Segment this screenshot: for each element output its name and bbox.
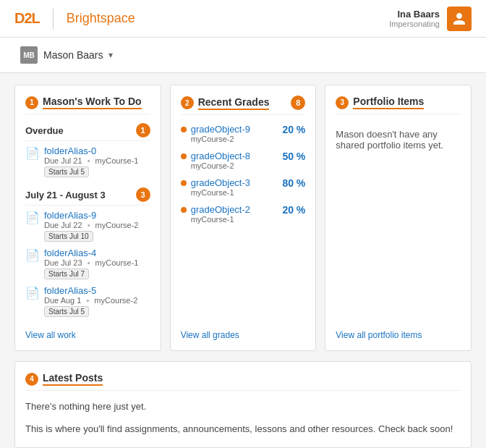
view-all-grades-link[interactable]: View all grades xyxy=(181,323,306,340)
grades-count-badge: 8 xyxy=(291,96,305,110)
work-to-do-card: 1 Mason's Work To Do Overdue 1 📄 folderA… xyxy=(14,85,161,351)
folder-icon: 📄 xyxy=(25,211,40,224)
grade-item-3: gradeObject-2 myCourse-1 20 % xyxy=(181,204,306,224)
grade-dot xyxy=(181,153,187,159)
portfolio-card-title: Portfolio Items xyxy=(353,96,424,109)
header-user-name: Ina Baars xyxy=(389,9,440,20)
latest-posts-card: 4 Latest Posts There's nothing here just… xyxy=(14,361,472,448)
section2-count-badge: 3 xyxy=(136,187,150,202)
grade-course-3: myCourse-1 xyxy=(191,215,278,224)
logo-area: D2L Brightspace xyxy=(14,9,135,29)
logo-divider xyxy=(53,9,54,29)
grade-dot xyxy=(181,180,187,186)
main-content: 1 Mason's Work To Do Overdue 1 📄 folderA… xyxy=(0,73,486,448)
posts-line1: There's nothing here just yet. xyxy=(25,400,461,415)
work-item-tag: Starts Jul 5 xyxy=(44,166,89,177)
header-user-role: Impersonating xyxy=(389,20,440,28)
grades-list: gradeObject-9 myCourse-2 20 % gradeObjec… xyxy=(181,124,306,231)
grades-badge: 2 xyxy=(181,96,194,109)
d2l-logo-text: D2L xyxy=(14,10,40,27)
work-item-9: 📄 folderAlias-9 Due Jul 22 • myCourse-2 … xyxy=(25,210,150,242)
user-icon xyxy=(452,12,466,26)
work-item-4: 📄 folderAlias-4 Due Jul 23 • myCourse-1 … xyxy=(25,248,150,279)
header-user-info: Ina Baars Impersonating xyxy=(389,9,440,28)
grade-course-1: myCourse-2 xyxy=(191,161,278,170)
view-all-portfolio-link[interactable]: View all portfolio items xyxy=(336,323,461,340)
work-item-5: 📄 folderAlias-5 Due Aug 1 • myCourse-2 S… xyxy=(25,285,150,317)
grade-name-3[interactable]: gradeObject-2 xyxy=(191,204,278,215)
overdue-section-label: Overdue 1 xyxy=(25,123,150,141)
selected-user-name: Mason Baars xyxy=(43,49,103,61)
portfolio-items-card: 3 Portfolio Items Mason doesn't have any… xyxy=(325,85,472,351)
folder-icon: 📄 xyxy=(25,146,40,160)
work-item-name-4[interactable]: folderAlias-4 xyxy=(44,248,138,258)
grade-name-2[interactable]: gradeObject-3 xyxy=(191,177,278,188)
brightspace-logo-text: Brightspace xyxy=(67,11,135,26)
grade-percent-1: 50 % xyxy=(282,151,305,162)
work-item: 📄 folderAlias-0 Due Jul 21 • myCourse-1 … xyxy=(25,145,150,177)
work-item-meta: Due Jul 21 • myCourse-1 xyxy=(44,156,138,165)
work-card-title: Mason's Work To Do xyxy=(43,96,142,109)
view-all-work-link[interactable]: View all work xyxy=(25,323,150,340)
grade-dot xyxy=(181,207,187,213)
grade-name-1[interactable]: gradeObject-8 xyxy=(191,151,278,161)
grade-item-0: gradeObject-9 myCourse-2 20 % xyxy=(181,124,306,143)
selected-user-avatar: MB xyxy=(20,46,38,64)
posts-badge: 4 xyxy=(25,373,38,386)
section2-label: July 21 - August 3 3 xyxy=(25,187,150,206)
work-card-title-wrap: 1 Mason's Work To Do xyxy=(25,96,142,109)
chevron-down-icon: ▾ xyxy=(108,50,113,60)
grade-dot xyxy=(181,127,187,132)
work-item-name-9[interactable]: folderAlias-9 xyxy=(44,210,138,221)
work-item-name-5[interactable]: folderAlias-5 xyxy=(44,285,137,296)
grade-course-2: myCourse-1 xyxy=(191,188,278,197)
app-header: D2L Brightspace Ina Baars Impersonating xyxy=(0,0,486,38)
folder-icon: 📄 xyxy=(25,248,40,262)
work-card-header: 1 Mason's Work To Do xyxy=(25,96,150,114)
user-selector-dropdown[interactable]: MB Mason Baars ▾ xyxy=(14,43,119,67)
posts-body: There's nothing here just yet. This is w… xyxy=(25,400,461,437)
cards-grid: 1 Mason's Work To Do Overdue 1 📄 folderA… xyxy=(14,85,472,351)
grades-card-title: Recent Grades xyxy=(198,96,270,110)
work-item-details: folderAlias-0 Due Jul 21 • myCourse-1 St… xyxy=(44,145,138,177)
header-right: Ina Baars Impersonating xyxy=(389,7,472,31)
portfolio-card-header: 3 Portfolio Items xyxy=(336,96,461,114)
folder-icon: 📄 xyxy=(25,286,40,300)
grade-percent-0: 20 % xyxy=(282,124,305,135)
grades-card-header: 2 Recent Grades 8 xyxy=(181,96,306,115)
posts-line2: This is where you'll find assignments, a… xyxy=(25,422,461,437)
grade-percent-2: 80 % xyxy=(282,177,305,189)
work-item-name[interactable]: folderAlias-0 xyxy=(44,145,138,156)
latest-posts-title: Latest Posts xyxy=(43,372,103,386)
recent-grades-card: 2 Recent Grades 8 gradeObject-9 myCourse… xyxy=(170,85,317,351)
grade-course-0: myCourse-2 xyxy=(191,135,278,143)
work-badge: 1 xyxy=(25,96,38,109)
grade-item-1: gradeObject-8 myCourse-2 50 % xyxy=(181,151,306,170)
subheader: MB Mason Baars ▾ xyxy=(0,38,486,73)
overdue-count-badge: 1 xyxy=(136,123,150,138)
portfolio-empty-message: Mason doesn't have any shared portfolio … xyxy=(336,123,461,323)
grade-name-0[interactable]: gradeObject-9 xyxy=(191,124,278,135)
latest-posts-header: 4 Latest Posts xyxy=(25,372,461,391)
portfolio-badge: 3 xyxy=(336,96,349,109)
grade-percent-3: 20 % xyxy=(282,204,305,216)
user-avatar-button[interactable] xyxy=(447,7,472,31)
grade-item-2: gradeObject-3 myCourse-1 80 % xyxy=(181,177,306,197)
